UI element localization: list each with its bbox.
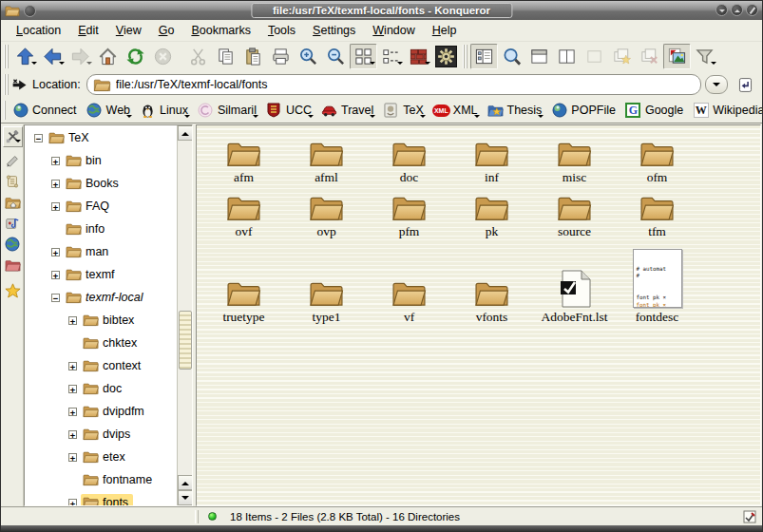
icon-view-button[interactable] [350,44,377,69]
toolbar-handle[interactable] [4,101,6,121]
bookmark-linux[interactable]: Linux [136,101,194,121]
tree-item-texmf[interactable]: +texmf [25,263,177,286]
file-item-ofm[interactable]: ofm [616,129,698,183]
clear-location-icon[interactable] [11,78,29,92]
tree-item-Books[interactable]: +Books [25,172,177,195]
file-item-pfm[interactable]: pfm [368,183,450,238]
collapse-icon[interactable]: − [51,294,60,302]
tree-item-texmf-local[interactable]: −texmf-local [25,286,177,309]
menu-tools[interactable]: Tools [260,21,303,40]
close-tab-button[interactable] [636,44,663,69]
bookmark-popfile[interactable]: POPFile [547,101,621,121]
expand-icon[interactable]: + [68,362,77,370]
paste-button[interactable] [239,44,267,69]
configure-sidebar-button[interactable] [3,126,23,147]
bookmark-tex[interactable]: TeX [379,101,429,121]
sidebar-network-tab[interactable] [3,234,23,255]
new-tab-button[interactable] [608,44,636,69]
list-view-button[interactable] [377,44,405,69]
split-view-top-bottom-button[interactable] [525,44,553,69]
bookmark-connect[interactable]: Connect [9,101,83,121]
tree-item-bibtex[interactable]: +bibtex [25,309,177,332]
remove-view-button[interactable] [581,44,608,69]
expand-icon[interactable]: + [51,157,60,165]
gear-button[interactable] [432,44,460,69]
file-item-inf[interactable]: inf [450,129,533,183]
tree-item-info[interactable]: info [25,218,177,240]
file-item-vfonts[interactable]: vfonts [450,241,533,323]
copy-button[interactable] [212,44,239,69]
split-view-left-right-button[interactable] [553,44,581,69]
file-item-source[interactable]: source [533,183,616,238]
thumbnails-button[interactable] [663,44,691,69]
menu-help[interactable]: Help [425,21,465,40]
bookmark-silmaril[interactable]: Silmaril [194,101,262,121]
filter-button[interactable] [691,44,718,69]
scroll-up-button[interactable] [178,475,193,490]
tree-item-fontname[interactable]: fontname [25,468,177,491]
cut-button[interactable] [184,44,212,69]
statusbar-extension-icon[interactable] [743,510,756,523]
tree-item-dvips[interactable]: +dvips [25,423,177,446]
bookmark-web[interactable]: Web [83,101,136,121]
tree-scrollbar[interactable] [177,125,192,505]
expand-icon[interactable]: + [68,316,77,325]
statusbar-grip[interactable] [195,510,199,523]
expand-icon[interactable]: + [68,385,77,393]
sidebar-services-tab[interactable] [3,213,23,234]
window-menu-button[interactable] [24,5,36,17]
location-input[interactable]: file:/usr/TeX/texmf-local/fonts [86,74,701,95]
file-item-doc[interactable]: doc [368,129,450,183]
tree-item-TeX[interactable]: −TeX [25,126,177,149]
scroll-down-button[interactable] [178,490,193,505]
sidebar-home-folder-tab[interactable] [3,192,23,213]
expand-icon[interactable]: + [51,202,60,211]
expand-icon[interactable]: + [68,499,77,506]
file-item-adobefnt[interactable]: AdobeFnt.lst [533,241,616,323]
forward-button[interactable] [67,44,94,69]
print-button[interactable] [267,44,295,69]
bookmark-wikipedia[interactable]: WWikipedia [689,101,763,121]
zoom-in-button[interactable] [295,44,322,69]
show-sidebar-button[interactable] [470,44,498,69]
menu-window[interactable]: Window [365,21,422,40]
scrollbar-thumb[interactable] [179,311,192,370]
zoom-out-button[interactable] [322,44,350,69]
menu-bookmarks[interactable]: Bookmarks [183,21,258,40]
up-button[interactable] [11,44,39,69]
sidebar-bookmarks-tab[interactable] [3,150,23,171]
file-item-afml[interactable]: afml [285,129,368,183]
titlebar[interactable]: file:/usr/TeX/texmf-local/fonts - Konque… [1,1,762,20]
bricks-button[interactable] [405,44,432,69]
file-item-vf[interactable]: vf [368,241,450,323]
toolbar-handle[interactable] [4,45,9,68]
tree-item-doc[interactable]: +doc [25,377,177,400]
bookmark-travel[interactable]: Travel [317,101,379,121]
tree-item-etex[interactable]: +etex [25,446,177,468]
file-item-tfm[interactable]: tfm [616,183,698,238]
menu-view[interactable]: View [108,21,149,40]
tree-item-fonts[interactable]: +fonts [25,491,177,505]
bookmark-xml[interactable]: XMLXML [429,101,484,121]
bookmark-thesis[interactable]: Thesis [484,101,548,121]
back-button[interactable] [39,44,67,69]
tree-item-context[interactable]: +context [25,354,177,377]
tree-item-chktex[interactable]: chktex [25,332,177,354]
find-button[interactable] [498,44,525,69]
toolbar-handle[interactable] [4,74,9,95]
file-item-type1[interactable]: type1 [285,241,368,323]
file-item-truetype[interactable]: truetype [202,241,285,323]
window-bottom-edge[interactable] [1,525,762,531]
reload-button[interactable] [122,44,149,69]
bookmark-google[interactable]: GGoogle [621,101,689,121]
scroll-up-button[interactable] [178,125,193,141]
expand-icon[interactable]: + [51,271,60,279]
file-item-ovf[interactable]: ovf [202,183,285,238]
sidebar-bookmark-star-tab[interactable] [3,280,23,301]
menu-edit[interactable]: Edit [70,21,106,40]
close-button[interactable] [746,4,758,16]
expand-icon[interactable]: + [68,453,77,462]
maximize-button[interactable] [731,4,743,16]
location-value[interactable]: file:/usr/TeX/texmf-local/fonts [116,78,268,91]
menu-location[interactable]: Location [9,21,68,40]
